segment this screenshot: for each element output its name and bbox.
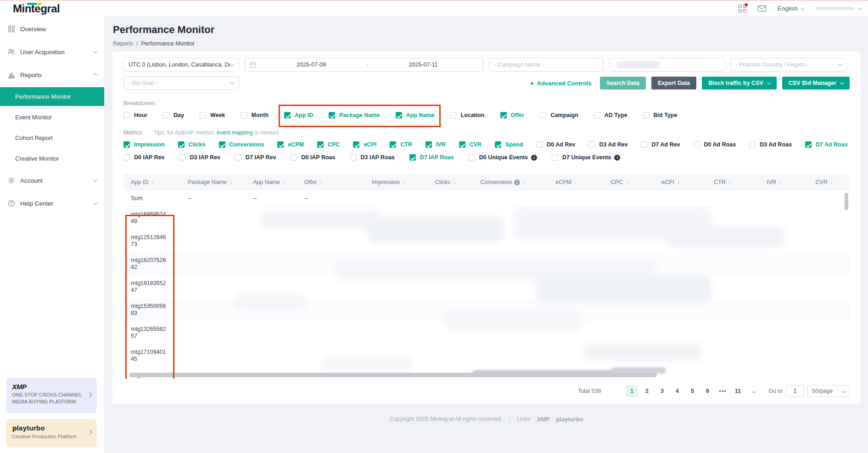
checkbox[interactable]	[540, 112, 546, 118]
metric-checkbox-d0-iap-roas[interactable]: D0 IAP Roas	[291, 154, 335, 161]
metric-checkbox-cvr[interactable]: CVR	[459, 141, 482, 148]
horizontal-scrollbar[interactable]	[129, 373, 657, 377]
sort-arrow-icon[interactable]	[626, 179, 628, 185]
next-page-icon[interactable]	[747, 385, 759, 397]
bid-goal-select[interactable]: - Bid Goal -	[123, 76, 239, 90]
metric-checkbox-impression[interactable]: Impression	[123, 141, 165, 148]
metric-checkbox-ivr[interactable]: IVR	[426, 141, 446, 148]
page-button-5[interactable]: 5	[686, 385, 698, 397]
breakdown-checkbox-hour[interactable]: Hour	[123, 112, 147, 118]
sidebar-subitem-creative-monitor[interactable]: Creative Monitor	[0, 148, 104, 169]
column-header-ecpm[interactable]: eCPM	[538, 179, 589, 185]
breakdown-checkbox-ad-type[interactable]: AD Type	[594, 112, 627, 118]
page-size-select[interactable]: 50/page	[807, 385, 850, 397]
metric-checkbox-d0-iap-rev[interactable]: D0 IAP Rev	[123, 154, 164, 161]
checkbox[interactable]	[200, 112, 206, 118]
metric-checkbox-d0-ad-rev[interactable]: D0 Ad Rev	[536, 141, 575, 148]
checkbox[interactable]	[396, 112, 402, 118]
checkbox[interactable]	[594, 112, 600, 118]
column-header-clicks[interactable]: Clicks	[417, 179, 468, 185]
sort-arrow-icon[interactable]	[830, 179, 833, 185]
column-header-conversions[interactable]: Conversions	[468, 179, 538, 185]
mail-icon[interactable]	[757, 5, 767, 12]
metric-checkbox-d0-unique-events[interactable]: D0 Unique Events	[469, 154, 537, 161]
page-button-11[interactable]: 11	[732, 385, 744, 397]
metric-checkbox-d3-ad-rev[interactable]: D3 Ad Rev	[588, 141, 627, 148]
sort-arrow-icon[interactable]	[230, 179, 232, 185]
sort-arrow-icon[interactable]	[453, 179, 456, 185]
metric-checkbox-d7-iap-rev[interactable]: D7 IAP Rev	[235, 154, 276, 161]
checkbox[interactable]	[284, 112, 291, 118]
column-header-ctr[interactable]: CTR	[692, 179, 743, 185]
breakdown-checkbox-week[interactable]: Week	[200, 112, 225, 118]
metric-checkbox-d3-iap-roas[interactable]: D3 IAP Roas	[350, 154, 395, 161]
checkbox[interactable]	[123, 112, 130, 118]
vertical-scrollbar[interactable]	[845, 193, 848, 210]
metric-checkbox-d7-unique-events[interactable]: D7 Unique Events	[552, 154, 620, 161]
sort-arrow-icon[interactable]	[574, 179, 577, 185]
checkbox[interactable]	[277, 141, 284, 148]
language-selector[interactable]: English	[778, 5, 804, 12]
xmp-promo-card[interactable]: XXMP ONE-STOP CROSS-CHANNEL MEDIA BUYING…	[6, 378, 97, 413]
prev-page-icon[interactable]	[610, 385, 622, 397]
apps-grid-icon[interactable]	[739, 5, 746, 12]
advanced-controls-toggle[interactable]: Advanced Controls	[530, 80, 592, 87]
redacted-filter-input[interactable]	[609, 58, 725, 72]
playturbo-promo-card[interactable]: pplayturbo Creative Production Platform	[6, 419, 97, 447]
csv-bid-manager-button[interactable]: CSV Bid Manager	[782, 77, 850, 89]
metric-checkbox-spend[interactable]: Spend	[495, 141, 523, 148]
footer-xmp-logo[interactable]: XMP	[537, 416, 549, 423]
metric-checkbox-d7-ad-rev[interactable]: D7 Ad Rev	[641, 141, 680, 148]
column-header-app-name[interactable]: App Name	[246, 179, 297, 185]
breakdown-checkbox-app-id[interactable]: App ID	[284, 112, 313, 118]
checkbox[interactable]	[235, 154, 241, 161]
column-header-d7-ad-roas[interactable]: D7 Ad Roas	[845, 179, 850, 185]
page-button-2[interactable]: 2	[641, 385, 653, 397]
column-header-impression[interactable]: Impression	[348, 179, 417, 185]
checkbox[interactable]	[426, 141, 432, 148]
checkbox[interactable]	[409, 154, 416, 161]
metric-checkbox-ecpi[interactable]: eCPI	[353, 141, 376, 148]
footer-playturbo-logo[interactable]: playturbo	[556, 416, 583, 423]
sort-arrow-icon[interactable]	[728, 179, 731, 185]
column-header-app-id[interactable]: App ID	[123, 179, 180, 185]
sidebar-item-user-acquisition[interactable]: User Acquisition	[0, 40, 104, 63]
checkbox[interactable]	[291, 154, 297, 161]
metric-checkbox-d3-iap-rev[interactable]: D3 IAP Rev	[179, 154, 220, 161]
sort-arrow-icon[interactable]	[523, 179, 526, 185]
promote-country-select[interactable]: - Promote Country / Region -	[730, 58, 847, 72]
checkbox[interactable]	[500, 112, 507, 118]
checkbox[interactable]	[329, 112, 335, 118]
breadcrumb-reports[interactable]: Reports	[113, 40, 133, 47]
breakdown-checkbox-offer[interactable]: Offer	[500, 112, 525, 118]
breakdown-checkbox-app-name[interactable]: App Name	[396, 112, 435, 118]
metric-checkbox-d0-ad-roas[interactable]: D0 Ad Roas	[694, 141, 736, 148]
checkbox[interactable]	[643, 112, 650, 118]
metric-checkbox-clicks[interactable]: Clicks	[178, 141, 206, 148]
sort-arrow-icon[interactable]	[677, 179, 680, 185]
column-header-cvr[interactable]: CVR	[794, 179, 845, 185]
sidebar-subitem-performance-monitor[interactable]: Performance Monitor	[0, 87, 104, 106]
event-mapping-link[interactable]: event mapping	[217, 129, 253, 136]
column-header-ecpi[interactable]: eCPI	[640, 179, 692, 185]
checkbox[interactable]	[694, 141, 700, 148]
column-header-package-name[interactable]: Package Name	[180, 179, 246, 185]
date-start[interactable]: 2025-07-09	[256, 62, 366, 68]
column-header-cpc[interactable]: CPC	[589, 179, 640, 185]
export-data-button[interactable]: Export Data	[651, 77, 696, 89]
checkbox[interactable]	[219, 141, 225, 148]
sidebar-item-reports[interactable]: Reports	[0, 63, 104, 86]
metric-checkbox-ctr[interactable]: CTR	[390, 141, 412, 148]
metric-checkbox-d3-ad-roas[interactable]: D3 Ad Roas	[749, 141, 792, 148]
date-end[interactable]: 2025-07-11	[368, 62, 478, 68]
sort-arrow-icon[interactable]	[283, 179, 286, 185]
sort-arrow-icon[interactable]	[403, 179, 405, 185]
checkbox[interactable]	[805, 141, 812, 148]
checkbox[interactable]	[749, 141, 756, 148]
checkbox[interactable]	[163, 112, 169, 118]
page-button-3[interactable]: 3	[656, 385, 668, 397]
column-header-offer[interactable]: Offer	[297, 179, 348, 185]
breakdown-checkbox-bid-type[interactable]: Bid Type	[643, 112, 678, 118]
page-button-1[interactable]: 1	[626, 385, 638, 397]
checkbox[interactable]	[179, 154, 185, 161]
